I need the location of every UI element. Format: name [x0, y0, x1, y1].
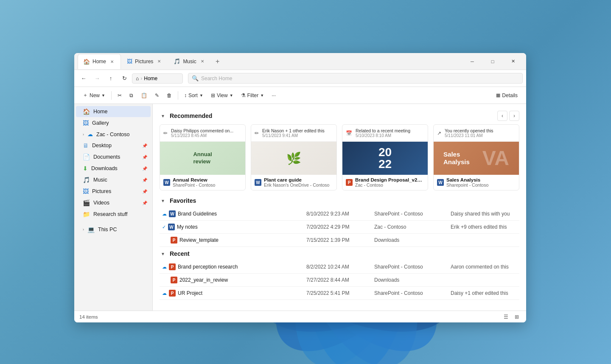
recent-row-yr-name: 2022_year_in_review — [179, 277, 228, 283]
card-sales-analysis[interactable]: ↗ You recently opened this 5/11/2023 11:… — [433, 124, 519, 190]
card-brand-design[interactable]: 📅 Related to a recent meeting 5/10/2023 … — [342, 124, 428, 190]
search-bar[interactable]: 🔍 Search Home — [188, 73, 523, 84]
recent-row-ur-project[interactable]: ☁ P UR Project 7/25/2022 5:41 PM SharePo… — [160, 287, 519, 300]
pin-icon-videos: 📌 — [142, 201, 147, 205]
maximize-button[interactable]: □ — [483, 56, 502, 67]
card-title-sales: Sales Analysis — [446, 177, 516, 182]
recent-section-header[interactable]: ▼ Recent — [160, 250, 519, 257]
grid-view-button[interactable]: ⊞ — [513, 313, 521, 321]
videos-icon: 🎬 — [83, 199, 90, 206]
close-button[interactable]: ✕ — [503, 56, 523, 67]
favorites-section-header[interactable]: ▼ Favorites — [160, 197, 519, 204]
favorites-row-brand-guidelines[interactable]: ☁ W Brand Guidelines 8/10/2022 9:23 AM S… — [160, 207, 519, 221]
search-placeholder: Search Home — [201, 76, 232, 81]
research-folder-icon: 📁 — [83, 211, 90, 218]
main-content: 🏠 Home 🖼 Gallery › ☁ Zac - Contoso 🖥 Des… — [74, 104, 526, 311]
sort-button[interactable]: ↕ Sort ▼ — [181, 91, 207, 100]
sidebar-item-zac-contoso[interactable]: › ☁ Zac - Contoso — [76, 129, 151, 140]
tab-home[interactable]: 🏠 Home ✕ — [78, 54, 121, 69]
favorites-row-rt-date: 7/15/2022 1:39 PM — [304, 234, 372, 247]
music-tab-close[interactable]: ✕ — [199, 58, 206, 65]
cloud-sync-icon-mn: ✓ — [162, 224, 166, 230]
sidebar-item-music[interactable]: 🎵 Music 📌 — [76, 174, 151, 185]
recommended-prev-btn[interactable]: ‹ — [497, 111, 507, 121]
delete-button[interactable]: 🗑 — [163, 91, 175, 100]
card-annual-review[interactable]: ✏ Daisy Philipps commented on... 5/11/20… — [160, 124, 246, 190]
forward-button[interactable]: → — [91, 73, 103, 84]
separator-1 — [111, 91, 112, 100]
more-icon: ··· — [272, 92, 276, 98]
list-view-button[interactable]: ☰ — [502, 313, 510, 321]
word-icon-plant: W — [255, 179, 261, 186]
sort-icon: ↕ — [184, 92, 187, 98]
refresh-button[interactable]: ↻ — [118, 73, 130, 84]
card-header-plant: ✏ Erik Nason + 1 other edited this 5/11/… — [251, 125, 336, 142]
card-footer-brand: P Brand Design Proposal_v2022 Zac - Cont… — [342, 175, 428, 190]
copy-icon: ⧉ — [129, 92, 133, 98]
recent-row-year-review[interactable]: P 2022_year_in_review 7/27/2022 8:44 AM … — [160, 274, 519, 287]
thumbnail-annual: Annualreview — [160, 142, 245, 175]
cut-button[interactable]: ✂ — [114, 91, 125, 100]
details-button[interactable]: ▦ Details — [493, 91, 521, 100]
home-icon: 🏠 — [83, 108, 90, 115]
up-button[interactable]: ↑ — [105, 73, 117, 84]
recommended-collapse-btn[interactable]: ▼ — [160, 112, 166, 119]
sidebar-item-videos[interactable]: 🎬 Videos 📌 — [76, 197, 151, 208]
sidebar-item-home[interactable]: 🏠 Home — [76, 106, 151, 117]
recent-row-brand-perception[interactable]: ☁ P Brand perception research 8/2/2022 1… — [160, 260, 519, 274]
rename-button[interactable]: ✎ — [151, 91, 163, 100]
view-button[interactable]: ⊞ View ▼ — [207, 91, 237, 100]
breadcrumb[interactable]: ⌂ › Home — [132, 73, 183, 84]
favorites-row-my-notes[interactable]: ✓ W My notes 7/20/2022 4:29 PM Zac - Con… — [160, 221, 519, 234]
home-tab-close[interactable]: ✕ — [109, 58, 115, 65]
sidebar-item-documents[interactable]: 📄 Documents 📌 — [76, 151, 151, 162]
sidebar-item-research[interactable]: 📁 Research stuff — [76, 209, 151, 220]
card-footer-annual: W Annual Review SharePoint - Contoso — [160, 175, 245, 190]
new-button[interactable]: ＋ New ▼ — [79, 90, 109, 101]
card-plant-care[interactable]: ✏ Erik Nason + 1 other edited this 5/11/… — [251, 124, 337, 190]
sidebar-item-pictures[interactable]: 🖼 Pictures 📌 — [76, 186, 151, 197]
cloud-icon-bpr: ☁ — [162, 264, 167, 270]
separator-2 — [178, 91, 178, 100]
filter-button[interactable]: ⚗ Filter ▼ — [238, 91, 268, 100]
recent-title: Recent — [170, 250, 190, 257]
recommended-nav: ‹ › — [497, 111, 519, 121]
card-who-annual: Daisy Philipps commented on... — [171, 128, 233, 133]
filter-icon: ⚗ — [241, 92, 246, 98]
new-tab-button[interactable]: + — [212, 56, 224, 67]
card-header-annual: ✏ Daisy Philipps commented on... 5/11/20… — [160, 125, 245, 142]
minimize-button[interactable]: ─ — [462, 56, 482, 67]
recommended-section-header[interactable]: ▼ Recommended ‹ › — [160, 111, 519, 121]
tab-music[interactable]: 🎵 Music ✕ — [168, 54, 210, 69]
more-button[interactable]: ··· — [268, 91, 279, 100]
content-pane: ▼ Recommended ‹ › ✏ Daisy Philipps comme… — [153, 104, 526, 311]
sidebar-item-desktop[interactable]: 🖥 Desktop 📌 — [76, 140, 151, 151]
paste-button[interactable]: 📋 — [137, 91, 151, 100]
card-header-brand: 📅 Related to a recent meeting 5/10/2023 … — [342, 125, 428, 142]
recommended-next-btn[interactable]: › — [509, 111, 519, 121]
recent-collapse-btn[interactable]: ▼ — [160, 250, 166, 257]
word-icon-annual: W — [163, 179, 170, 186]
tab-pictures[interactable]: 🖼 Pictures ✕ — [122, 54, 168, 69]
sort-dropdown-icon: ▼ — [199, 93, 203, 98]
pin-icon-pictures: 📌 — [142, 189, 147, 194]
ppt-icon-urp: P — [169, 290, 176, 297]
card-footer-sales: W Sales Analysis Sharepoint - Contoso — [434, 175, 519, 190]
sidebar-item-gallery[interactable]: 🖼 Gallery — [76, 118, 151, 129]
card-subtitle-brand: Zac - Contoso — [355, 182, 424, 188]
recent-row-yr-date: 7/27/2022 8:44 AM — [304, 274, 372, 287]
pin-icon-music: 📌 — [142, 178, 147, 182]
pictures-tab-close[interactable]: ✕ — [156, 58, 163, 65]
back-button[interactable]: ← — [78, 73, 90, 84]
copy-button[interactable]: ⧉ — [126, 91, 137, 100]
favorites-row-review-template[interactable]: P Review_template 7/15/2022 1:39 PM Down… — [160, 234, 519, 247]
word-icon-bg: W — [169, 210, 176, 217]
calendar-icon-brand: 📅 — [346, 130, 352, 136]
favorites-collapse-btn[interactable]: ▼ — [160, 197, 166, 204]
recommended-cards: ✏ Daisy Philipps commented on... 5/11/20… — [160, 124, 519, 190]
sidebar-item-downloads[interactable]: ⬇ Downloads 📌 — [76, 163, 151, 174]
card-subtitle-plant: Erik Nason's OneDrive - Contoso — [264, 182, 333, 188]
sidebar-desktop-label: Desktop — [92, 143, 112, 148]
sidebar-item-this-pc[interactable]: › 💻 This PC — [76, 224, 151, 235]
music-tab-icon: 🎵 — [174, 58, 180, 64]
